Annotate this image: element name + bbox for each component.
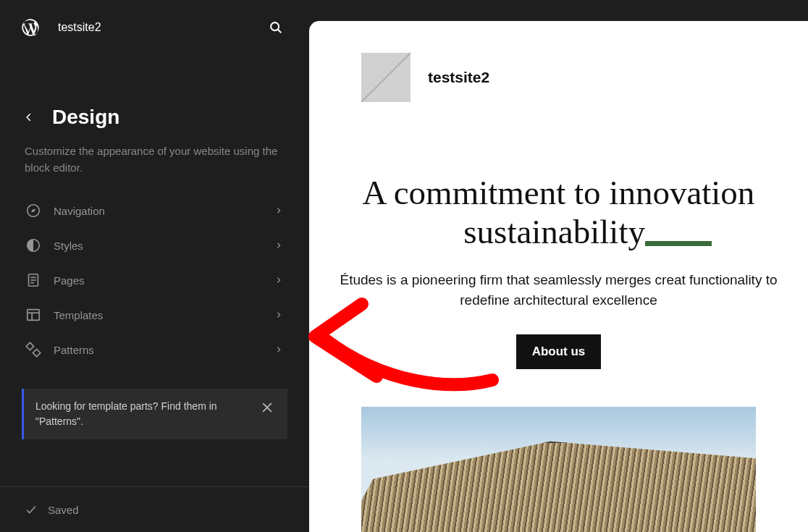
nav-item-templates[interactable]: Templates [13,297,296,332]
site-name-label[interactable]: testsite2 [58,21,245,34]
half-circle-icon [25,237,42,254]
chevron-right-icon [273,344,285,355]
wordpress-logo-icon[interactable] [20,17,41,38]
panel-header: Design [0,106,309,129]
nav-label: Pages [54,274,261,287]
layout-icon [25,306,42,324]
site-editor-sidebar: testsite2 Design Customize the appearanc… [0,0,309,532]
building-photo [361,439,756,532]
notice-text: Looking for template parts? Find them in… [35,399,250,429]
search-button[interactable] [263,14,289,41]
hero-section: A commitment to innovation sustainabilit… [309,173,808,369]
svg-marker-3 [31,208,35,213]
svg-rect-12 [26,342,33,350]
hero-paragraph: Études is a pioneering firm that seamles… [325,270,792,310]
back-button[interactable] [20,109,38,126]
nav-label: Templates [54,309,261,321]
about-us-button[interactable]: About us [516,334,602,369]
panel-description: Customize the appearance of your website… [0,129,309,193]
search-icon [268,20,284,35]
svg-rect-9 [28,310,40,321]
chevron-right-icon [273,205,285,216]
nav-label: Styles [54,240,261,252]
design-nav-list: Navigation Styles Pages Templates [0,193,309,367]
panel-title: Design [52,106,119,129]
saved-label: Saved [48,504,79,516]
topbar: testsite2 [0,0,309,55]
page-icon [25,271,42,289]
hero-title-line1: A commitment to innovation [363,174,755,211]
nav-label: Navigation [54,205,261,217]
template-parts-notice: Looking for template parts? Find them in… [22,389,287,439]
chevron-right-icon [273,309,285,321]
notice-dismiss-button[interactable] [258,399,276,416]
svg-line-1 [278,30,282,33]
chevron-right-icon [273,274,285,286]
nav-label: Patterns [54,344,261,356]
compass-icon [25,202,42,219]
accent-underline [645,241,712,246]
nav-item-pages[interactable]: Pages [13,263,296,297]
patterns-icon [25,341,42,358]
site-logo-placeholder[interactable] [361,53,411,102]
chevron-right-icon [273,240,285,251]
site-preview-frame[interactable]: testsite2 A commitment to innovation sus… [309,21,808,532]
hero-image [361,407,756,532]
hero-title: A commitment to innovation sustainabilit… [325,173,792,251]
chevron-left-icon [24,112,34,122]
nav-item-styles[interactable]: Styles [13,228,296,263]
nav-item-navigation[interactable]: Navigation [13,193,296,228]
check-icon [25,503,38,516]
close-icon [260,400,274,415]
nav-item-patterns[interactable]: Patterns [13,332,296,367]
hero-title-line2: sustainability [463,212,645,251]
svg-rect-13 [33,349,40,356]
preview-site-header: testsite2 [309,21,808,102]
saved-status-bar: Saved [0,486,309,532]
svg-point-0 [271,22,279,30]
preview-site-title[interactable]: testsite2 [428,69,489,86]
